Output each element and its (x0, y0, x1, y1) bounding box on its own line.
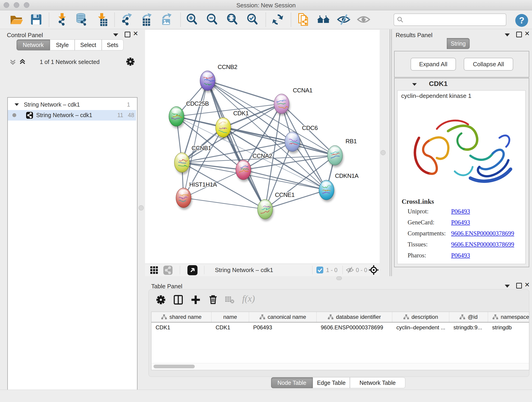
tab-style[interactable]: Style (50, 39, 75, 51)
horizontal-splitter[interactable] (145, 276, 532, 280)
table-cell[interactable]: CDK1 (152, 322, 211, 332)
results-splitter[interactable] (390, 29, 392, 276)
export-image-icon[interactable] (159, 13, 173, 26)
gene-collapse-icon[interactable] (412, 83, 417, 86)
zoom-selected-icon[interactable] (246, 13, 259, 26)
grid-view-icon[interactable] (150, 266, 158, 274)
zoom-out-icon[interactable] (205, 13, 219, 26)
birdseye-view-icon[interactable] (187, 265, 197, 275)
toolbar-separator (180, 13, 181, 27)
expand-all-button[interactable]: Expand All (411, 58, 456, 70)
hide-selected-icon[interactable] (337, 13, 351, 26)
tab-network[interactable]: Network (17, 39, 50, 51)
export-table-icon[interactable] (139, 13, 153, 26)
network-row[interactable]: String Network – cdk1 11 48 (8, 110, 136, 121)
table-horizontal-scrollbar[interactable] (152, 363, 529, 370)
column-header-shared-name[interactable]: shared name (152, 312, 211, 322)
collapse-all-button[interactable]: Collapse All (464, 58, 513, 70)
show-all-icon[interactable] (357, 13, 370, 26)
edge-CCNB2-HIST1H1A (184, 81, 208, 198)
left-splitter-handle[interactable] (139, 205, 144, 211)
network-options-gear-icon[interactable] (126, 57, 135, 66)
table-panel-collapse-icon[interactable] (505, 285, 510, 288)
tab-edge-table[interactable]: Edge Table (313, 377, 350, 388)
left-splitter[interactable] (138, 29, 145, 264)
table-cell[interactable]: 9606.ENSP00000378699 (317, 322, 392, 332)
results-panel-close-icon[interactable]: ✕ (525, 31, 530, 36)
table-row[interactable]: CDK1CDK1P064939606.ENSP00000378699cyclin… (152, 322, 529, 332)
select-columns-icon[interactable] (173, 294, 184, 305)
crosslink-link[interactable]: 9606.ENSP00000378699 (451, 230, 514, 237)
add-column-icon[interactable] (190, 294, 201, 305)
crosslink-link[interactable]: P06493 (451, 252, 470, 259)
toolbar-separator (114, 13, 115, 27)
open-file-icon[interactable] (9, 13, 23, 26)
import-network-icon[interactable] (55, 13, 69, 26)
zoom-fit-icon[interactable] (225, 13, 239, 26)
horizontal-splitter-handle[interactable] (336, 276, 342, 280)
column-header-canonical-name[interactable]: canonical name (249, 312, 317, 322)
divider (342, 266, 343, 274)
column-header--id[interactable]: @id (449, 312, 488, 322)
control-panel-collapse-icon[interactable] (113, 33, 118, 36)
collection-label: String Network – cdk1 (24, 101, 80, 108)
crosslink-link[interactable]: 9606.ENSP00000378699 (451, 241, 514, 248)
crosslink-link[interactable]: P06493 (451, 219, 470, 226)
zoom-in-icon[interactable] (185, 13, 199, 26)
node-CCNE1 (258, 199, 273, 221)
group-nodes-icon[interactable] (317, 13, 330, 26)
results-panel: Results Panel ✕ String Expand All Collap… (392, 29, 532, 276)
network-share-icon[interactable] (163, 266, 172, 275)
table-settings-gear-icon[interactable] (156, 294, 166, 305)
crosslink-label: Pharos: (408, 252, 451, 259)
tab-sets[interactable]: Sets (102, 39, 123, 51)
results-panel-collapse-icon[interactable] (505, 33, 510, 36)
node-table[interactable]: shared namenamecanonical namedatabase id… (151, 312, 529, 370)
tab-select[interactable]: Select (75, 39, 102, 51)
table-cell[interactable]: cyclin–dependent ... (392, 322, 449, 332)
delete-column-trash-icon[interactable] (208, 294, 218, 305)
table-cell[interactable]: stringdb (488, 322, 529, 332)
column-header-name[interactable]: name (211, 312, 249, 322)
fit-selected-crosshair-icon[interactable] (368, 265, 379, 275)
collection-expand-icon[interactable] (15, 103, 19, 106)
tab-string[interactable]: String (447, 38, 470, 49)
table-panel-float-icon[interactable] (516, 283, 522, 288)
table-cell[interactable]: stringdb:9... (449, 322, 488, 332)
tab-network-table[interactable]: Network Table (350, 377, 405, 388)
selected-checkbox-icon[interactable] (317, 267, 323, 274)
node-HIST1H1A (176, 188, 192, 210)
refresh-layout-icon[interactable] (271, 13, 285, 26)
search-box[interactable] (394, 13, 506, 26)
search-icon (397, 16, 404, 23)
divider (204, 266, 204, 274)
export-network-icon[interactable] (120, 13, 133, 26)
tab-node-table[interactable]: Node Table (271, 377, 313, 388)
title-bar: Session: New Session (0, 0, 532, 10)
table-panel-close-icon[interactable]: ✕ (525, 282, 530, 287)
network-canvas[interactable]: CCNB2CCNA1CDC25BCDK1CDC6RB1CCNB1CCNA2CDK… (145, 29, 380, 264)
table-cell[interactable]: CDK1 (211, 322, 249, 332)
import-database-icon[interactable] (75, 13, 89, 26)
scrollbar-thumb[interactable] (153, 365, 195, 368)
search-input[interactable] (404, 16, 501, 23)
edge-CCNB2-RB1 (208, 81, 335, 155)
node-CDKN1A (319, 180, 335, 202)
import-table-icon[interactable] (95, 13, 109, 26)
hidden-eye-icon[interactable] (346, 267, 354, 274)
save-session-icon[interactable] (29, 13, 43, 26)
right-splitter-handle[interactable] (380, 150, 386, 155)
crosslink-link[interactable]: P06493 (451, 208, 470, 215)
column-header-database-identifier[interactable]: database identifier (317, 312, 392, 322)
column-header-namespace[interactable]: namespace (488, 312, 529, 322)
crosslink-label: Uniprot: (408, 208, 451, 215)
string-app-icon[interactable] (296, 13, 310, 26)
node-CDC6 (285, 132, 301, 153)
column-header-description[interactable]: description (392, 312, 449, 322)
results-panel-float-icon[interactable] (516, 32, 522, 37)
gene-description: cyclin–dependent kinase 1 (401, 92, 471, 99)
table-cell[interactable]: P06493 (249, 322, 317, 332)
control-panel-float-icon[interactable] (125, 32, 130, 37)
network-collection-row[interactable]: String Network – cdk1 1 (8, 100, 136, 110)
help-button[interactable]: ? (515, 14, 528, 27)
